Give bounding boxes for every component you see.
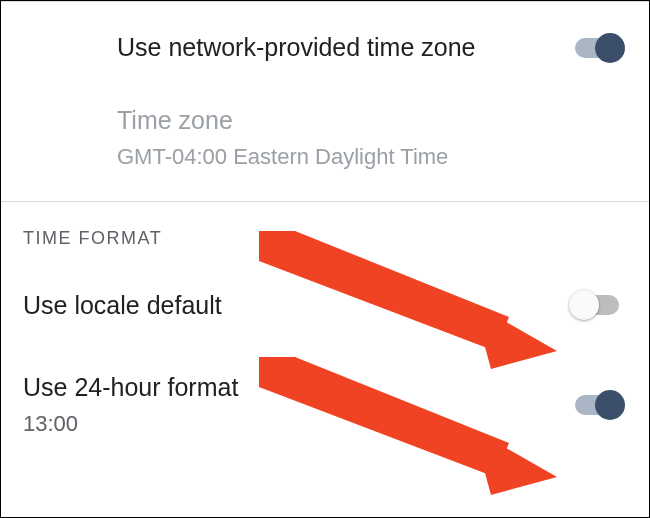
row-label: Use locale default (23, 289, 567, 323)
toggle-thumb (595, 390, 625, 420)
row-label-block: Use 24-hour format 13:00 (23, 371, 567, 438)
toggle-24-hour-format[interactable] (567, 385, 627, 425)
row-label-block: Use network-provided time zone (117, 31, 567, 65)
section-header-time-format: TIME FORMAT (1, 202, 649, 251)
row-time-zone: Time zone GMT-04:00 Eastern Daylight Tim… (1, 90, 649, 201)
toggle-network-time-zone[interactable] (567, 28, 627, 68)
row-label: Use 24-hour format (23, 371, 567, 405)
row-sublabel: 13:00 (23, 409, 567, 439)
toggle-thumb (569, 290, 599, 320)
row-label-block: Use locale default (23, 289, 567, 323)
toggle-locale-default[interactable] (567, 285, 627, 325)
toggle-thumb (595, 33, 625, 63)
row-24-hour-format[interactable]: Use 24-hour format 13:00 (1, 353, 649, 466)
row-label: Use network-provided time zone (117, 31, 567, 65)
row-network-time-zone[interactable]: Use network-provided time zone (1, 2, 649, 90)
time-zone-value: GMT-04:00 Eastern Daylight Time (117, 142, 627, 172)
row-locale-default[interactable]: Use locale default (1, 251, 649, 353)
time-zone-label: Time zone (117, 104, 627, 138)
